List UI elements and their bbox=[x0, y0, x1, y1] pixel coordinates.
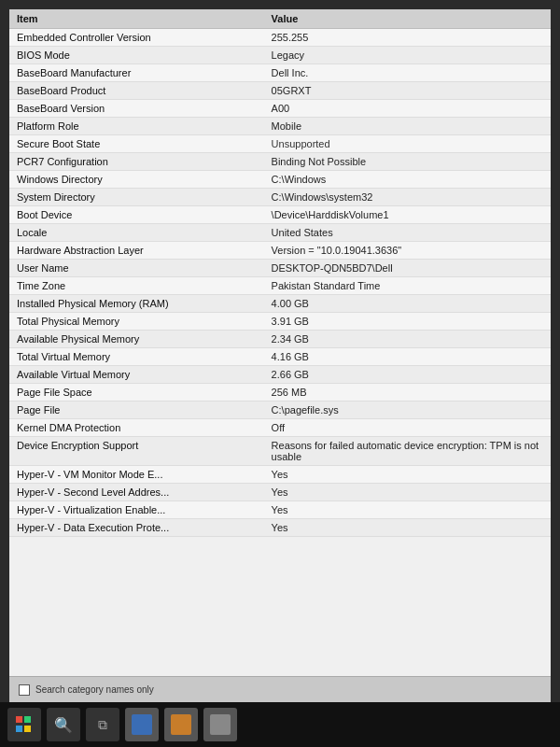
table-cell-value: Dell Inc. bbox=[264, 64, 551, 82]
bottom-bar: Search category names only bbox=[9, 676, 551, 702]
table-cell-item: Embedded Controller Version bbox=[9, 29, 264, 47]
win-tile-green bbox=[24, 716, 31, 723]
table-body: Embedded Controller Version255.255BIOS M… bbox=[9, 29, 551, 537]
table-cell-value: 2.34 GB bbox=[264, 331, 551, 348]
table-cell-item: BIOS Mode bbox=[9, 47, 264, 64]
table-row[interactable]: Boot Device\Device\HarddiskVolume1 bbox=[9, 206, 551, 224]
table-cell-item: Time Zone bbox=[9, 277, 264, 295]
table-row[interactable]: Embedded Controller Version255.255 bbox=[9, 29, 551, 47]
table-row[interactable]: Installed Physical Memory (RAM)4.00 GB bbox=[9, 295, 551, 313]
table-row[interactable]: Hardware Abstraction LayerVersion = "10.… bbox=[9, 242, 551, 260]
table-row[interactable]: BaseBoard VersionA00 bbox=[9, 100, 551, 118]
table-cell-value: C:\Windows\system32 bbox=[264, 189, 551, 206]
table-row[interactable]: User NameDESKTOP-QDN5BD7\Dell bbox=[9, 260, 551, 277]
system-info-table-container: Item Value Embedded Controller Version25… bbox=[9, 9, 551, 676]
main-content: Item Value Embedded Controller Version25… bbox=[9, 9, 551, 676]
table-cell-item: Hyper-V - Second Level Addres... bbox=[9, 484, 264, 501]
table-cell-item: Available Physical Memory bbox=[9, 331, 264, 348]
table-cell-value: 4.00 GB bbox=[264, 295, 551, 313]
table-cell-value: 3.91 GB bbox=[264, 313, 551, 331]
table-cell-value: Version = "10.0.19041.3636" bbox=[264, 242, 551, 260]
table-row[interactable]: Hyper-V - Virtualization Enable...Yes bbox=[9, 501, 551, 519]
table-row[interactable]: Kernel DMA ProtectionOff bbox=[9, 419, 551, 437]
browser-icon bbox=[132, 714, 152, 735]
table-cell-item: Windows Directory bbox=[9, 171, 264, 189]
table-cell-item: BaseBoard Manufacturer bbox=[9, 64, 264, 82]
table-cell-value: 05GRXT bbox=[264, 82, 551, 100]
table-cell-value: Yes bbox=[264, 466, 551, 484]
browser-button[interactable] bbox=[125, 708, 159, 741]
taskview-button[interactable]: ⧉ bbox=[86, 708, 119, 741]
table-cell-value: Yes bbox=[264, 519, 551, 537]
table-cell-item: Hyper-V - Data Execution Prote... bbox=[9, 519, 264, 537]
table-cell-item: BaseBoard Version bbox=[9, 100, 264, 118]
table-cell-value: A00 bbox=[264, 100, 551, 118]
system-info-table: Item Value Embedded Controller Version25… bbox=[9, 9, 551, 537]
table-row[interactable]: LocaleUnited States bbox=[9, 224, 551, 242]
table-cell-value: Unsupported bbox=[264, 135, 551, 153]
table-row[interactable]: PCR7 ConfigurationBinding Not Possible bbox=[9, 153, 551, 171]
table-cell-item: Hyper-V - Virtualization Enable... bbox=[9, 501, 264, 519]
table-cell-value: 4.16 GB bbox=[264, 348, 551, 366]
win-tile-red bbox=[16, 716, 22, 723]
table-row[interactable]: Time ZonePakistan Standard Time bbox=[9, 277, 551, 295]
table-row[interactable]: Secure Boot StateUnsupported bbox=[9, 135, 551, 153]
table-cell-value: \Device\HarddiskVolume1 bbox=[264, 206, 551, 224]
table-cell-value: Yes bbox=[264, 484, 551, 501]
search-area: Search category names only bbox=[19, 684, 154, 696]
sysinfo-button[interactable] bbox=[203, 708, 237, 741]
table-cell-value: Yes bbox=[264, 501, 551, 519]
table-cell-value: United States bbox=[264, 224, 551, 242]
search-taskbar-button[interactable]: 🔍 bbox=[47, 708, 80, 741]
table-cell-value: 255.255 bbox=[264, 29, 551, 47]
sysinfo-icon bbox=[210, 714, 231, 735]
table-cell-value: Pakistan Standard Time bbox=[264, 277, 551, 295]
table-row[interactable]: Device Encryption SupportReasons for fai… bbox=[9, 437, 551, 466]
table-row[interactable]: Available Virtual Memory2.66 GB bbox=[9, 366, 551, 384]
table-cell-item: Hyper-V - VM Monitor Mode E... bbox=[9, 466, 264, 484]
table-header-row: Item Value bbox=[9, 9, 551, 29]
table-cell-value: Mobile bbox=[264, 118, 551, 135]
table-cell-item: Secure Boot State bbox=[9, 135, 264, 153]
table-cell-item: Installed Physical Memory (RAM) bbox=[9, 295, 264, 313]
table-cell-item: Device Encryption Support bbox=[9, 437, 264, 466]
win-tile-blue bbox=[16, 726, 22, 732]
files-button[interactable] bbox=[164, 708, 198, 741]
search-category-label: Search category names only bbox=[35, 684, 154, 695]
table-row[interactable]: Windows DirectoryC:\Windows bbox=[9, 171, 551, 189]
start-button[interactable] bbox=[7, 708, 41, 741]
win-tile-yellow bbox=[24, 726, 31, 732]
search-category-checkbox[interactable] bbox=[19, 684, 30, 696]
table-cell-item: Total Virtual Memory bbox=[9, 348, 264, 366]
table-cell-value: C:\Windows bbox=[264, 171, 551, 189]
table-cell-item: Available Virtual Memory bbox=[9, 366, 264, 384]
table-row[interactable]: BIOS ModeLegacy bbox=[9, 47, 551, 64]
table-cell-item: Page File Space bbox=[9, 384, 264, 402]
table-row[interactable]: Page FileC:\pagefile.sys bbox=[9, 402, 551, 419]
table-cell-value: Off bbox=[264, 419, 551, 437]
table-cell-value: C:\pagefile.sys bbox=[264, 402, 551, 419]
table-cell-item: BaseBoard Product bbox=[9, 82, 264, 100]
value-column-header: Value bbox=[264, 9, 551, 29]
table-cell-value: Legacy bbox=[264, 47, 551, 64]
taskbar: 🔍 ⧉ bbox=[0, 702, 560, 747]
table-row[interactable]: Available Physical Memory2.34 GB bbox=[9, 331, 551, 348]
files-icon bbox=[171, 714, 191, 735]
table-row[interactable]: System DirectoryC:\Windows\system32 bbox=[9, 189, 551, 206]
table-row[interactable]: Hyper-V - Second Level Addres...Yes bbox=[9, 484, 551, 501]
table-row[interactable]: Platform RoleMobile bbox=[9, 118, 551, 135]
table-row[interactable]: BaseBoard Product05GRXT bbox=[9, 82, 551, 100]
table-cell-item: PCR7 Configuration bbox=[9, 153, 264, 171]
table-cell-item: Kernel DMA Protection bbox=[9, 419, 264, 437]
table-cell-item: System Directory bbox=[9, 189, 264, 206]
table-cell-item: Locale bbox=[9, 224, 264, 242]
table-row[interactable]: Hyper-V - VM Monitor Mode E...Yes bbox=[9, 466, 551, 484]
table-row[interactable]: Total Virtual Memory4.16 GB bbox=[9, 348, 551, 366]
table-row[interactable]: Page File Space256 MB bbox=[9, 384, 551, 402]
table-cell-item: Boot Device bbox=[9, 206, 264, 224]
table-cell-item: Hardware Abstraction Layer bbox=[9, 242, 264, 260]
table-row[interactable]: Hyper-V - Data Execution Prote...Yes bbox=[9, 519, 551, 537]
table-row[interactable]: Total Physical Memory3.91 GB bbox=[9, 313, 551, 331]
table-cell-item: Total Physical Memory bbox=[9, 313, 264, 331]
table-row[interactable]: BaseBoard ManufacturerDell Inc. bbox=[9, 64, 551, 82]
